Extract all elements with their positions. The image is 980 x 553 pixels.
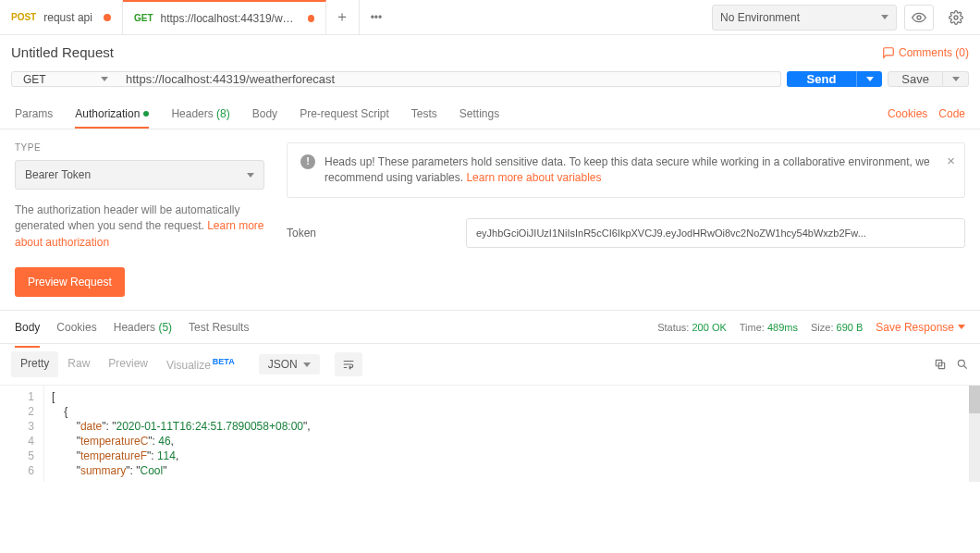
tab-title: https://localhost:44319/weathe... (161, 12, 298, 25)
svg-point-1 (954, 16, 958, 19)
comments-label: Comments (0) (899, 46, 969, 59)
resp-tab-cookies[interactable]: Cookies (56, 313, 96, 341)
eye-icon (912, 10, 926, 25)
chevron-down-icon (303, 363, 311, 367)
settings-button[interactable] (941, 5, 971, 31)
resp-tab-tests[interactable]: Test Results (189, 313, 249, 341)
wrap-icon (342, 358, 355, 371)
tab-bar: POST requst api GET https://localhost:44… (0, 0, 980, 35)
alert-heading: Heads up! (325, 155, 375, 168)
title-row: Untitled Request Comments (0) (0, 35, 980, 66)
tab-options-button[interactable]: ••• (360, 0, 393, 34)
line-numbers: 123456 (0, 386, 44, 482)
response-view-row: Pretty Raw Preview VisualizeBETA JSON (0, 344, 980, 386)
size-info: Size: 690 B (811, 322, 863, 333)
tab-request-2[interactable]: GET https://localhost:44319/weathe... (123, 0, 326, 34)
url-row: GET https://localhost:44319/weatherforec… (0, 66, 980, 98)
tab-headers[interactable]: Headers (8) (171, 100, 229, 128)
wrap-lines-button[interactable] (335, 352, 362, 376)
send-options-button[interactable] (856, 71, 882, 87)
search-response-button[interactable] (956, 358, 969, 371)
type-label: TYPE (15, 142, 264, 153)
search-icon (956, 358, 969, 371)
dot-indicator-icon (143, 111, 149, 117)
copy-response-button[interactable] (934, 358, 947, 371)
view-pretty[interactable]: Pretty (11, 351, 58, 377)
send-button[interactable]: Send (787, 71, 857, 87)
svg-point-0 (917, 16, 921, 19)
tab-tests[interactable]: Tests (411, 100, 437, 128)
tab-request-1[interactable]: POST requst api (0, 0, 123, 34)
url-input[interactable]: https://localhost:44319/weatherforecast (115, 71, 781, 87)
request-tabs: Params Authorization Headers (8) Body Pr… (0, 98, 980, 129)
chevron-down-icon (101, 77, 108, 81)
code-link[interactable]: Code (938, 107, 965, 120)
method-badge: POST (11, 12, 36, 22)
scrollbar-thumb[interactable] (969, 386, 980, 413)
variables-learn-more-link[interactable]: Learn more about variables (466, 171, 601, 184)
tab-title: requst api (43, 11, 92, 24)
time-info: Time: 489ms (740, 322, 798, 333)
sensitive-data-alert: ! Heads up! These parameters hold sensit… (287, 142, 965, 198)
auth-type-value: Bearer Token (25, 168, 91, 181)
status-info: Status: 200 OK (657, 322, 727, 333)
copy-icon (934, 358, 947, 371)
resp-tab-body[interactable]: Body (15, 313, 40, 341)
svg-point-4 (958, 361, 964, 367)
quicklook-button[interactable] (904, 5, 934, 31)
view-preview[interactable]: Preview (99, 351, 157, 377)
chevron-down-icon (952, 77, 960, 81)
view-visualize[interactable]: VisualizeBETA (157, 351, 244, 377)
token-row: Token eyJhbGciOiJIUzI1NiIsInR5cCI6IkpXVC… (287, 218, 965, 248)
response-body[interactable]: 123456 [ { "date": "2020-01-11T16:24:51.… (0, 386, 980, 482)
view-raw[interactable]: Raw (58, 351, 99, 377)
chevron-down-icon (247, 173, 254, 178)
save-button[interactable]: Save (888, 71, 943, 87)
tab-authorization[interactable]: Authorization (75, 100, 149, 128)
environment-label: No Environment (720, 11, 800, 24)
info-icon: ! (300, 154, 315, 169)
tab-body[interactable]: Body (252, 100, 277, 128)
save-options-button[interactable] (943, 71, 969, 87)
environment-select[interactable]: No Environment (712, 5, 897, 31)
method-badge: GET (134, 13, 153, 23)
authorization-panel: TYPE Bearer Token The authorization head… (0, 129, 980, 311)
new-tab-button[interactable]: ＋ (326, 0, 360, 34)
auth-type-select[interactable]: Bearer Token (15, 160, 264, 190)
tab-prerequest[interactable]: Pre-request Script (300, 100, 389, 128)
token-label: Token (287, 227, 453, 240)
alert-close-button[interactable]: × (947, 151, 955, 170)
cookies-link[interactable]: Cookies (888, 107, 927, 120)
chevron-down-icon (866, 77, 874, 81)
method-select[interactable]: GET (11, 71, 120, 87)
comments-button[interactable]: Comments (0) (882, 46, 969, 59)
tab-settings[interactable]: Settings (459, 100, 499, 128)
resp-tab-headers[interactable]: Headers (5) (114, 313, 172, 341)
tab-params[interactable]: Params (15, 100, 53, 128)
svg-line-5 (964, 366, 967, 369)
chevron-down-icon (881, 15, 888, 19)
token-input[interactable]: eyJhbGciOiJIUzI1NiIsInR5cCI6IkpXVCJ9.eyJ… (466, 218, 965, 248)
gear-icon (949, 10, 963, 25)
format-select[interactable]: JSON (259, 354, 320, 375)
chevron-down-icon (958, 325, 965, 329)
beta-badge: BETA (213, 357, 235, 366)
preview-request-button[interactable]: Preview Request (15, 267, 125, 297)
scrollbar[interactable] (969, 386, 980, 482)
save-response-button[interactable]: Save Response (876, 321, 965, 334)
request-title: Untitled Request (11, 44, 114, 60)
method-value: GET (23, 73, 46, 86)
comment-icon (882, 46, 895, 59)
code-content: [ { "date": "2020-01-11T16:24:51.7890058… (44, 386, 969, 482)
response-tabs: Body Cookies Headers (5) Test Results St… (0, 311, 980, 344)
url-value: https://localhost:44319/weatherforecast (126, 72, 335, 86)
auth-help-text: The authorization header will be automat… (15, 203, 264, 251)
